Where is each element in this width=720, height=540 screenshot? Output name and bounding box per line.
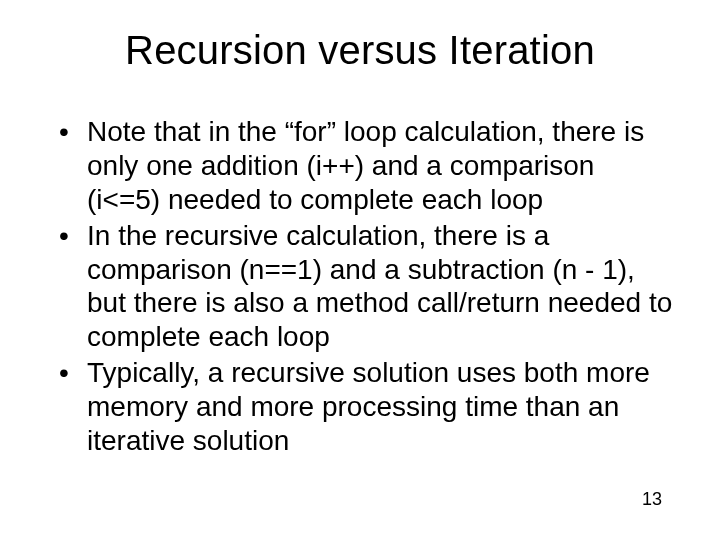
slide-title: Recursion versus Iteration bbox=[0, 28, 720, 73]
bullet-list: Note that in the “for” loop calculation,… bbox=[55, 115, 675, 458]
list-item: In the recursive calculation, there is a… bbox=[55, 219, 675, 355]
slide: Recursion versus Iteration Note that in … bbox=[0, 0, 720, 540]
page-number: 13 bbox=[642, 489, 662, 510]
slide-body: Note that in the “for” loop calculation,… bbox=[55, 115, 675, 460]
list-item: Typically, a recursive solution uses bot… bbox=[55, 356, 675, 458]
list-item: Note that in the “for” loop calculation,… bbox=[55, 115, 675, 217]
